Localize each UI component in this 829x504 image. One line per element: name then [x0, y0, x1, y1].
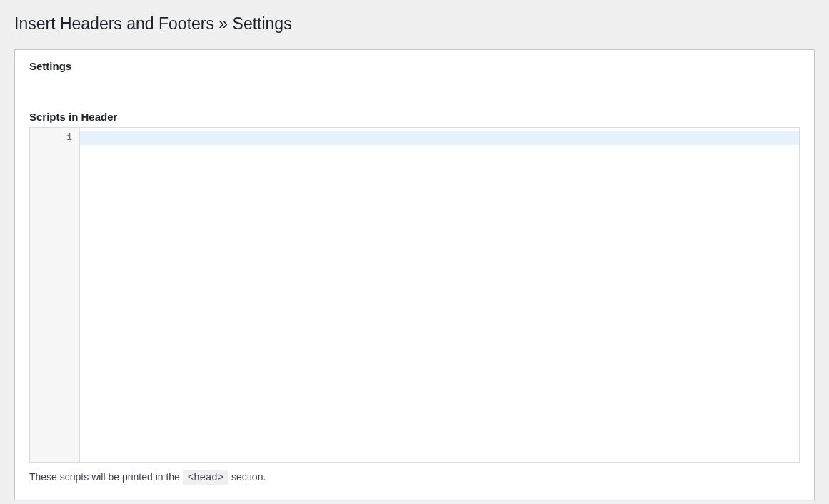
header-description: These scripts will be printed in the <he…	[29, 463, 800, 485]
description-code: <head>	[183, 470, 228, 485]
panel-heading: Settings	[29, 50, 800, 82]
header-scripts-label: Scripts in Header	[29, 82, 800, 127]
header-code-editor[interactable]: 1	[29, 127, 800, 463]
page-title: Insert Headers and Footers » Settings	[14, 7, 815, 49]
header-code-textarea[interactable]	[83, 131, 799, 462]
line-number: 1	[30, 131, 79, 145]
settings-panel: Settings Scripts in Header 1 These scrip…	[14, 49, 815, 500]
description-prefix: These scripts will be printed in the	[29, 471, 183, 483]
description-suffix: section.	[228, 471, 266, 483]
code-area[interactable]	[80, 128, 799, 462]
code-gutter: 1	[30, 128, 80, 462]
